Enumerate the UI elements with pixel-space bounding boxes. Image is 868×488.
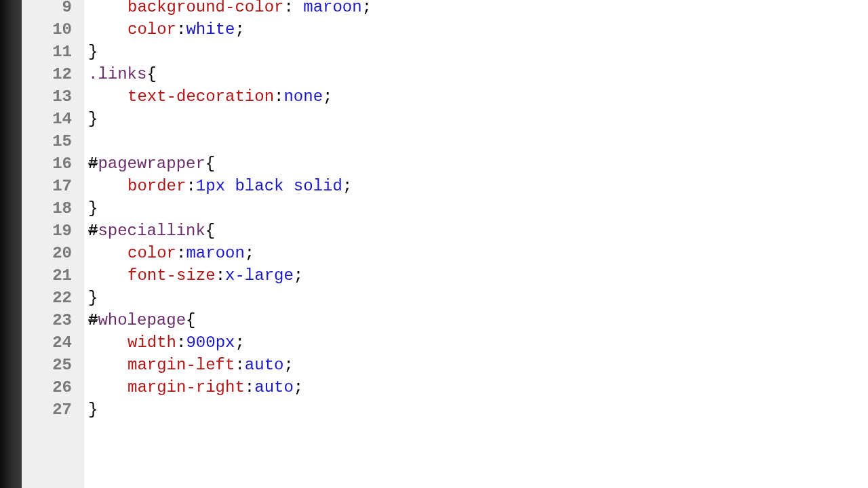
line-number: 15: [22, 130, 77, 152]
token-punct: :: [283, 0, 303, 16]
token-punct: :: [245, 378, 254, 396]
token-punct: :: [176, 20, 186, 39]
code-line[interactable]: 16#pagewrapper{: [0, 152, 868, 175]
line-number: 24: [22, 331, 77, 354]
code-line[interactable]: 26margin-right:auto;: [0, 376, 868, 399]
token-sel: speciallink: [98, 222, 205, 240]
token-punct: ;: [283, 356, 293, 374]
code-content[interactable]: }: [88, 41, 868, 63]
line-number: 19: [22, 220, 77, 242]
code-content[interactable]: .links{: [88, 63, 868, 85]
code-line[interactable]: 18}: [0, 197, 868, 220]
line-number: 20: [22, 242, 77, 264]
token-prop: text-decoration: [127, 87, 274, 106]
code-line[interactable]: 9background-color: maroon;: [0, 0, 868, 18]
token-punct: ;: [294, 378, 303, 396]
token-val: x-large: [225, 266, 294, 285]
code-content[interactable]: }: [88, 287, 868, 309]
line-number: 23: [22, 309, 77, 331]
token-sel: .links: [88, 65, 146, 83]
token-prop: border: [127, 177, 186, 195]
token-val: auto: [254, 378, 294, 396]
line-number: 26: [22, 376, 77, 399]
line-number: 9: [22, 0, 77, 18]
code-line[interactable]: 11}: [0, 41, 868, 63]
code-content[interactable]: font-size:x-large;: [88, 264, 868, 287]
line-number: 17: [22, 175, 77, 197]
token-val: 1px black solid: [196, 177, 342, 195]
token-prop: margin-right: [127, 378, 245, 396]
token-prop: margin-left: [127, 356, 235, 374]
code-line[interactable]: 12.links{: [0, 63, 868, 85]
token-punct: }: [88, 110, 98, 128]
code-line[interactable]: 22}: [0, 287, 868, 309]
token-sel: wholepage: [98, 311, 186, 329]
code-line[interactable]: 10color:white;: [0, 18, 868, 41]
token-punct: }: [88, 199, 98, 218]
code-content[interactable]: width:900px;: [88, 331, 868, 354]
line-number: 16: [22, 152, 77, 175]
code-editor[interactable]: 9background-color: maroon;10color:white;…: [0, 0, 868, 488]
code-line[interactable]: 25margin-left:auto;: [0, 354, 868, 376]
token-punct: ;: [294, 266, 303, 285]
code-line[interactable]: 23#wholepage{: [0, 309, 868, 331]
token-punct: }: [88, 289, 98, 307]
token-val: maroon: [303, 0, 361, 16]
code-content[interactable]: background-color: maroon;: [88, 0, 868, 18]
token-val: none: [283, 87, 323, 106]
line-number: 11: [22, 41, 77, 63]
token-sel: pagewrapper: [98, 155, 205, 173]
code-content[interactable]: }: [88, 399, 868, 421]
code-line[interactable]: 21font-size:x-large;: [0, 264, 868, 287]
code-content[interactable]: #speciallink{: [88, 220, 868, 242]
code-content[interactable]: border:1px black solid;: [88, 175, 868, 197]
token-punct: :: [176, 244, 186, 262]
token-punct: }: [88, 43, 98, 61]
line-number: 14: [22, 108, 77, 130]
token-hash: #: [88, 222, 98, 240]
token-prop: font-size: [127, 266, 216, 285]
code-line[interactable]: 19#speciallink{: [0, 220, 868, 242]
token-prop: color: [127, 20, 176, 39]
token-punct: :: [216, 266, 225, 285]
token-punct: ;: [362, 0, 372, 16]
token-val: maroon: [186, 244, 244, 262]
code-content[interactable]: margin-left:auto;: [88, 354, 868, 376]
token-punct: ;: [342, 177, 352, 195]
code-content[interactable]: text-decoration:none;: [88, 85, 868, 108]
code-content[interactable]: color:white;: [88, 18, 868, 41]
token-punct: :: [274, 87, 283, 106]
line-number: 21: [22, 264, 77, 287]
token-val: 900px: [186, 333, 235, 352]
token-punct: {: [205, 222, 215, 240]
token-val: auto: [245, 356, 284, 374]
line-number: 13: [22, 85, 77, 108]
line-number: 22: [22, 287, 77, 309]
token-hash: #: [88, 311, 98, 329]
token-prop: background-color: [127, 0, 283, 16]
code-line[interactable]: 13text-decoration:none;: [0, 85, 868, 108]
token-punct: ;: [235, 20, 244, 39]
token-punct: {: [146, 65, 156, 83]
line-number: 25: [22, 354, 77, 376]
code-line[interactable]: 14}: [0, 108, 868, 130]
code-content[interactable]: color:maroon;: [88, 242, 868, 264]
token-punct: :: [235, 356, 244, 374]
token-prop: width: [127, 333, 176, 352]
code-line[interactable]: 15: [0, 130, 868, 152]
code-content[interactable]: }: [88, 197, 868, 220]
code-line[interactable]: 24width:900px;: [0, 331, 868, 354]
code-line[interactable]: 27}: [0, 399, 868, 421]
token-val: white: [186, 20, 235, 39]
code-line[interactable]: 17border:1px black solid;: [0, 175, 868, 197]
line-number: 27: [22, 399, 77, 421]
code-content[interactable]: }: [88, 108, 868, 130]
code-content[interactable]: margin-right:auto;: [88, 376, 868, 399]
line-number: 10: [22, 18, 77, 41]
token-punct: ;: [235, 333, 244, 352]
code-content[interactable]: #pagewrapper{: [88, 152, 868, 175]
code-line[interactable]: 20color:maroon;: [0, 242, 868, 264]
line-number: 12: [22, 63, 77, 85]
code-content[interactable]: #wholepage{: [88, 309, 868, 331]
token-hash: #: [88, 155, 98, 173]
